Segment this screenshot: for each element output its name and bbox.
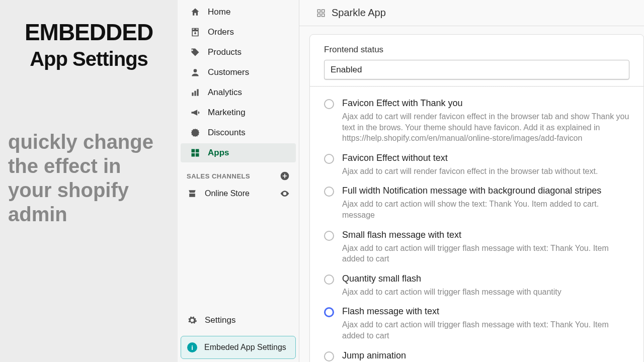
option-small-flash-text[interactable]: Small flash message with text — [324, 227, 629, 242]
option-fullwidth-notification[interactable]: Full width Notification message with bac… — [324, 183, 629, 198]
settings-label: Settings — [205, 315, 235, 325]
sidebar-item-label: Apps — [208, 148, 229, 158]
option-desc: Ajax add to cart will render favicon eff… — [342, 166, 629, 177]
option-label: Flash message with text — [342, 306, 439, 317]
promo-desc: quickly change the effect in your shopif… — [8, 130, 170, 226]
frontend-status-label: Frontend status — [324, 45, 629, 55]
customers-icon — [190, 67, 201, 78]
svg-rect-2 — [194, 91, 196, 96]
gear-icon — [187, 315, 198, 326]
option-desc: Ajax add to cart action will show the te… — [342, 199, 629, 220]
svg-rect-4 — [192, 149, 195, 153]
sidebar-item-home[interactable]: Home — [181, 3, 296, 22]
promo-title: EMBEDDED App Settings — [8, 20, 170, 69]
embedded-label: Embeded App Settings — [204, 343, 286, 352]
add-channel-icon[interactable] — [280, 171, 290, 181]
svg-rect-12 — [322, 14, 325, 16]
sidebar-item-discounts[interactable]: Discounts — [181, 123, 296, 142]
channel-online-store[interactable]: Online Store — [178, 184, 299, 203]
sidebar-item-orders[interactable]: Orders — [181, 23, 296, 42]
option-jump-animation[interactable]: Jump animation — [324, 347, 629, 362]
sidebar-item-label: Discounts — [208, 128, 246, 138]
home-icon — [190, 7, 201, 18]
radio-icon — [324, 187, 334, 197]
option-desc: Ajax add to cart will render favicon eff… — [342, 111, 629, 144]
discounts-icon — [190, 127, 201, 138]
option-label: Favicon Effect with Thank you — [342, 98, 462, 109]
promo-title-line1: EMBEDDED — [25, 19, 153, 45]
radio-icon — [324, 275, 334, 285]
sidebar-item-settings[interactable]: Settings — [178, 310, 299, 331]
info-icon: i — [187, 342, 197, 352]
option-desc: Ajax add to cart action will trigger fla… — [342, 319, 629, 341]
option-label: Small flash message with text — [342, 230, 461, 240]
sidebar-item-apps[interactable]: Apps — [181, 143, 296, 162]
frontend-status-select[interactable]: Enabled — [324, 60, 629, 80]
promo-panel: EMBEDDED App Settings quickly change the… — [0, 0, 178, 362]
radio-icon — [324, 231, 334, 241]
app-header: Sparkle App — [299, 0, 644, 26]
svg-point-0 — [194, 69, 197, 72]
view-store-icon[interactable] — [280, 189, 290, 199]
option-desc: Ajax add to cart action will trigger fla… — [342, 287, 629, 298]
option-favicon-notext[interactable]: Favicon Effect without text — [324, 150, 629, 165]
channel-label: Online Store — [205, 189, 250, 198]
radio-icon — [324, 154, 334, 164]
sidebar-item-label: Orders — [208, 27, 234, 37]
svg-rect-5 — [196, 149, 199, 153]
option-flash-text[interactable]: Flash message with text — [324, 303, 629, 318]
option-label: Quantity small flash — [342, 274, 421, 284]
option-quantity-flash[interactable]: Quantity small flash — [324, 270, 629, 286]
svg-rect-9 — [317, 10, 320, 12]
svg-rect-10 — [322, 10, 325, 12]
sales-channels-label: SALES CHANNELS — [187, 172, 250, 180]
apps-icon — [190, 147, 201, 158]
option-label: Favicon Effect without text — [342, 153, 448, 163]
sidebar: Home Orders Products Customers Analytics… — [178, 0, 299, 362]
option-desc: Ajax add to cart action will trigger fla… — [342, 243, 629, 264]
settings-card: Frontend status Enabled Favicon Effect w… — [309, 34, 644, 362]
sidebar-item-label: Home — [208, 7, 230, 17]
sales-channels-header: SALES CHANNELS — [178, 163, 299, 184]
store-icon — [187, 188, 198, 199]
radio-icon — [324, 99, 334, 109]
sidebar-item-label: Customers — [208, 67, 249, 77]
analytics-icon — [190, 87, 201, 98]
radio-icon — [324, 307, 334, 317]
svg-rect-6 — [192, 153, 195, 157]
marketing-icon — [190, 107, 201, 118]
embedded-app-settings-button[interactable]: i Embeded App Settings — [181, 336, 296, 359]
sidebar-item-products[interactable]: Products — [181, 43, 296, 62]
svg-rect-1 — [192, 93, 193, 96]
sidebar-item-marketing[interactable]: Marketing — [181, 103, 296, 122]
main-panel: Sparkle App Frontend status Enabled Favi… — [299, 0, 644, 362]
sidebar-item-analytics[interactable]: Analytics — [181, 83, 296, 102]
promo-title-line2: App Settings — [8, 48, 170, 69]
sidebar-item-label: Analytics — [208, 87, 242, 98]
products-icon — [190, 47, 201, 58]
sidebar-item-label: Marketing — [208, 108, 246, 118]
option-label: Full width Notification message with bac… — [342, 186, 601, 196]
sidebar-item-label: Products — [208, 47, 242, 57]
app-grid-icon — [316, 9, 326, 18]
option-favicon-thankyou[interactable]: Favicon Effect with Thank you — [324, 95, 629, 110]
svg-rect-11 — [317, 14, 320, 16]
svg-rect-7 — [196, 153, 199, 157]
sidebar-item-customers[interactable]: Customers — [181, 63, 296, 82]
radio-icon — [324, 351, 334, 361]
orders-icon — [190, 27, 201, 38]
option-label: Jump animation — [342, 350, 406, 361]
svg-rect-3 — [197, 89, 198, 96]
app-name: Sparkle App — [332, 7, 386, 19]
